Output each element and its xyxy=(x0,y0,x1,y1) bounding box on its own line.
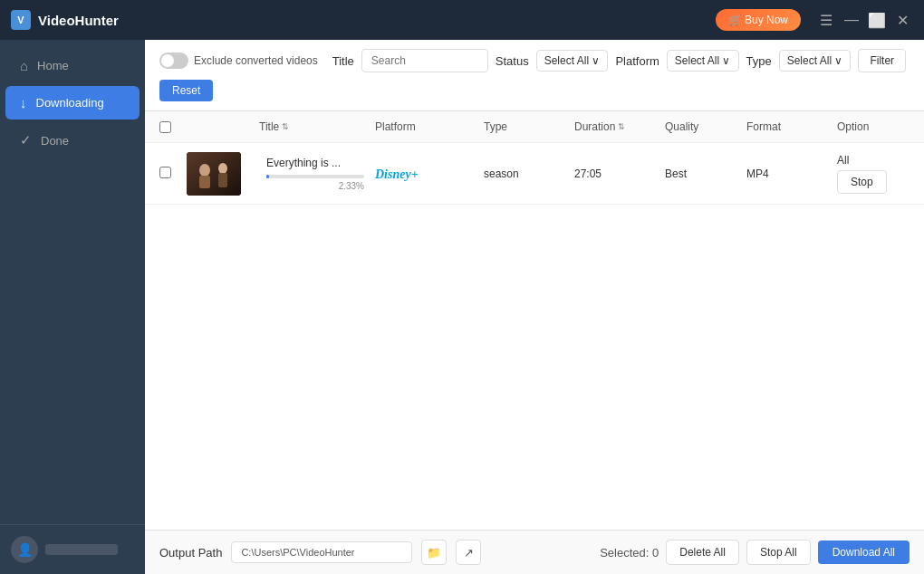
header-checkbox-cell xyxy=(159,121,187,133)
header-platform: Platform xyxy=(375,120,484,133)
home-icon: ⌂ xyxy=(20,58,28,73)
content-area: Exclude converted videos Title Status Se… xyxy=(145,40,924,574)
sidebar-item-done[interactable]: ✓ Done xyxy=(5,123,140,158)
bottom-bar: Output Path 📁 ↗ Selected: 0 Delete All S… xyxy=(145,530,924,574)
title-filter-label: Title xyxy=(332,54,354,68)
row-format: MP4 xyxy=(746,167,837,180)
stop-all-button[interactable]: Stop All xyxy=(746,540,811,565)
output-path-label: Output Path xyxy=(159,546,222,560)
progress-bar xyxy=(266,175,269,178)
done-icon: ✓ xyxy=(20,132,32,148)
sidebar-item-downloading-label: Downloading xyxy=(36,96,104,110)
disney-logo: Disney+ xyxy=(375,167,419,181)
row-platform: Disney+ xyxy=(375,166,484,182)
row-option: All xyxy=(837,154,849,167)
sidebar: ⌂ Home ↓ Downloading ✓ Done 👤 xyxy=(0,40,145,574)
title-bar-right: 🛒 Buy Now ☰ — ⬜ ✕ xyxy=(716,9,913,31)
svg-point-2 xyxy=(199,164,210,177)
type-select[interactable]: Select All ∨ xyxy=(779,50,852,72)
sidebar-item-home-label: Home xyxy=(37,59,69,72)
avatar-icon: 👤 xyxy=(17,542,33,557)
exclude-label: Exclude converted videos xyxy=(194,54,318,67)
duration-sort-icon[interactable]: ⇅ xyxy=(618,122,625,131)
minimize-button[interactable]: — xyxy=(841,9,862,31)
download-table: Title ⇅ Platform Type Duration ⇅ Quality… xyxy=(145,111,924,530)
row-option-cell: All Stop xyxy=(837,154,910,194)
table-row: Everything is ... 2.33% Disney+ season 2… xyxy=(145,143,924,205)
row-checkbox-cell xyxy=(159,166,187,182)
download-all-button[interactable]: Download All xyxy=(818,541,910,564)
row-type: season xyxy=(484,167,574,180)
select-all-checkbox[interactable] xyxy=(159,121,171,133)
sidebar-bottom: 👤 xyxy=(0,524,145,574)
status-filter-label: Status xyxy=(496,54,529,68)
exclude-toggle[interactable]: Exclude converted videos xyxy=(159,53,318,69)
header-type: Type xyxy=(484,120,574,133)
row-title-cell: Everything is ... 2.33% xyxy=(259,157,375,191)
header-quality: Quality xyxy=(665,120,746,133)
svg-rect-3 xyxy=(199,176,210,188)
svg-rect-5 xyxy=(218,173,227,187)
main-layout: ⌂ Home ↓ Downloading ✓ Done 👤 Exclude co… xyxy=(0,40,924,574)
header-title: Title ⇅ xyxy=(259,120,375,133)
row-checkbox[interactable] xyxy=(159,167,171,178)
folder-icon: 📁 xyxy=(427,546,441,560)
reset-button[interactable]: Reset xyxy=(159,80,213,101)
platform-select[interactable]: Select All ∨ xyxy=(667,50,739,72)
maximize-button[interactable]: ⬜ xyxy=(866,9,888,31)
buy-now-button[interactable]: 🛒 Buy Now xyxy=(716,9,801,31)
filter-button[interactable]: Filter xyxy=(858,49,906,72)
status-select[interactable]: Select All ∨ xyxy=(536,50,609,72)
title-bar: V VideoHunter 🛒 Buy Now ☰ — ⬜ ✕ xyxy=(0,0,924,40)
sidebar-item-home[interactable]: ⌂ Home xyxy=(5,49,140,82)
title-bar-left: V VideoHunter xyxy=(11,10,119,30)
open-folder-button[interactable]: 📁 xyxy=(421,540,447,565)
platform-filter-label: Platform xyxy=(615,54,659,68)
type-filter-label: Type xyxy=(746,54,772,68)
bottom-right: Selected: 0 Delete All Stop All Download… xyxy=(600,540,910,565)
table-header: Title ⇅ Platform Type Duration ⇅ Quality… xyxy=(145,111,924,143)
header-duration: Duration ⇅ xyxy=(574,120,665,133)
progress-bar-container xyxy=(266,175,364,178)
row-duration: 27:05 xyxy=(574,167,665,180)
header-option: Option xyxy=(837,120,910,133)
delete-all-button[interactable]: Delete All xyxy=(666,540,739,565)
selected-text: Selected: 0 xyxy=(600,546,659,560)
svg-rect-1 xyxy=(187,152,241,196)
row-thumbnail xyxy=(187,152,241,196)
svg-point-4 xyxy=(218,163,227,174)
progress-percent: 2.33% xyxy=(266,181,364,191)
user-info xyxy=(45,544,118,555)
header-format: Format xyxy=(746,120,837,133)
browse-icon: ↗ xyxy=(464,546,474,560)
sidebar-item-done-label: Done xyxy=(41,134,69,148)
top-bar: Exclude converted videos Title Status Se… xyxy=(145,40,924,111)
search-input[interactable] xyxy=(361,49,488,72)
sidebar-item-downloading[interactable]: ↓ Downloading xyxy=(5,86,140,120)
close-button[interactable]: ✕ xyxy=(891,9,913,31)
browse-path-button[interactable]: ↗ xyxy=(456,540,481,565)
thumbnail-image xyxy=(187,152,241,196)
stop-button[interactable]: Stop xyxy=(837,170,887,194)
window-controls: ☰ — ⬜ ✕ xyxy=(815,9,913,31)
downloading-icon: ↓ xyxy=(20,95,27,110)
exclude-toggle-switch[interactable] xyxy=(159,53,188,69)
app-title: VideoHunter xyxy=(38,13,119,28)
output-path-input[interactable] xyxy=(231,541,412,563)
app-logo: V xyxy=(11,10,31,30)
title-sort-icon[interactable]: ⇅ xyxy=(282,122,289,131)
row-quality: Best xyxy=(665,167,746,180)
row-title: Everything is ... xyxy=(266,157,375,169)
avatar: 👤 xyxy=(11,536,38,563)
menu-button[interactable]: ☰ xyxy=(815,9,837,31)
